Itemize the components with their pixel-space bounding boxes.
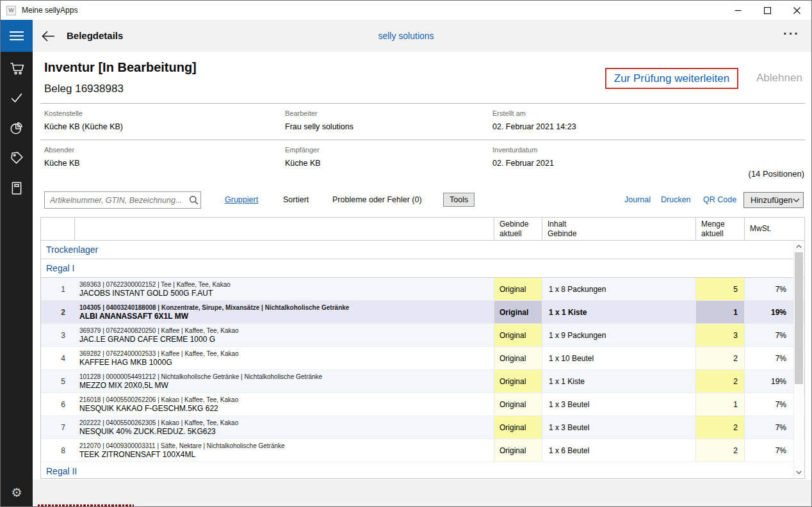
sidebar-item-approvals[interactable] (8, 90, 25, 106)
table-row-selected[interactable]: 2 104305 | 04003240188008 | Konzentrate,… (41, 301, 804, 324)
table-row[interactable]: 1 369363 | 07622300002152 | Tee | Kaffee… (41, 278, 804, 301)
menge-cell[interactable]: 1 (695, 393, 744, 415)
chevron-down-icon (796, 471, 802, 474)
gebinde-cell[interactable]: Original (494, 370, 542, 392)
chevron-up-icon (796, 245, 802, 248)
sidebar-item-orders[interactable] (8, 60, 25, 76)
meta-field-inventurdatum: Inventurdatum 02. Februar 2021 (492, 146, 697, 168)
filter-problems-link[interactable]: Probleme oder Fehler (0) (332, 195, 422, 204)
clipped-red-text (38, 504, 134, 507)
gebinde-cell[interactable]: Original (494, 324, 542, 346)
window-title: Meine sellyApps (22, 6, 77, 15)
add-dropdown-button[interactable]: Hinzufügen (743, 192, 804, 208)
chevron-down-icon (793, 198, 800, 203)
article-name: ALBI ANANASSAFT 6X1L MW (79, 312, 188, 321)
meta-field-empfaenger: Empfänger Küche KB (285, 146, 490, 168)
scroll-down-button[interactable] (794, 467, 804, 478)
menge-cell[interactable]: 2 (695, 416, 744, 439)
table-header-row: Gebindeaktuell InhaltGebinde Mengeaktuel… (41, 218, 804, 241)
more-options-button[interactable]: ··· (783, 26, 800, 41)
article-name: NESQUIK KAKAO F-GESCHM.5KG 622 (79, 404, 218, 414)
meta-field-bearbeiter: Bearbeiter Frau selly solutions (285, 109, 490, 131)
menge-cell[interactable]: 2 (695, 370, 744, 392)
group-header-shelf[interactable]: Regal I (41, 259, 804, 278)
table-scrollbar[interactable] (793, 241, 804, 478)
tools-button[interactable]: Tools (443, 193, 475, 207)
divider (40, 103, 805, 104)
article-name: MEZZO MIX 20X0,5L MW (79, 381, 168, 390)
positions-table: Gebindeaktuell InhaltGebinde Mengeaktuel… (40, 217, 805, 479)
sidebar-item-reports[interactable] (8, 120, 25, 136)
menge-cell[interactable]: 2 (695, 347, 744, 369)
check-icon (9, 90, 24, 106)
sidebar-item-catalog[interactable] (8, 180, 25, 197)
gear-icon: ⚙ (11, 486, 22, 499)
table-row[interactable]: 7 202222 | 04005500262305 | Kakao | Kaff… (41, 416, 804, 439)
filter-grouped-link[interactable]: Gruppiert (225, 195, 258, 204)
journal-link[interactable]: Journal (624, 195, 651, 204)
minimize-icon (735, 7, 742, 14)
scroll-up-button[interactable] (794, 241, 804, 252)
maximize-icon (764, 7, 771, 14)
close-icon (793, 7, 800, 14)
meta-field-absender: Absender Küche KB (44, 146, 249, 168)
article-meta: 212070 | 04009300003311 | Säfte, Nektare… (79, 442, 285, 450)
search-icon (186, 195, 200, 205)
meta-field-erstellt-am: Erstellt am 02. Februar 2021 14:23 (492, 109, 697, 131)
tenant-title: selly solutions (1, 31, 811, 41)
article-name: KAFFEE HAG MKB 1000G (79, 358, 172, 367)
scrollbar-thumb[interactable] (795, 252, 803, 384)
article-name: JAC.LE GRAND CAFE CREME 1000 G (79, 335, 215, 344)
article-meta: 216018 | 04005500262206 | Kakao | Kaffee… (79, 396, 238, 404)
group-header-warehouse[interactable]: Trockenlager (41, 241, 804, 259)
reject-button[interactable]: Ablehnen (756, 72, 802, 84)
col-header-gebinde: Gebindeaktuell (494, 218, 542, 240)
settings-button[interactable]: ⚙ (1, 485, 33, 500)
pie-chart-icon (9, 120, 24, 136)
group-header-next-shelf[interactable]: Regal II (41, 462, 804, 477)
sidebar-item-prices[interactable] (8, 150, 25, 166)
col-header-inhalt: InhaltGebinde (542, 218, 695, 240)
col-header-number (41, 218, 74, 240)
col-header-mwst: MwSt. (744, 218, 794, 240)
annotation-highlight-box: Zur Prüfung weiterleiten (605, 68, 738, 89)
table-row[interactable]: 3 369379 | 07622400820250 | Kaffee | Kaf… (41, 324, 804, 347)
app-window: W Meine sellyApps Belegdetails selly sol… (0, 0, 812, 507)
article-meta: 202222 | 04005500262305 | Kakao | Kaffee… (79, 419, 238, 427)
minimize-button[interactable] (723, 1, 752, 20)
maximize-button[interactable] (752, 1, 782, 20)
menge-cell[interactable]: 2 (695, 439, 744, 462)
divider (40, 140, 805, 140)
table-row[interactable]: 4 369282 | 07622400002533 | Kaffee | Kaf… (41, 347, 804, 370)
menge-cell[interactable]: 5 (695, 278, 744, 300)
menge-cell[interactable]: 1 (695, 301, 744, 323)
col-header-menge: Mengeaktuell (695, 218, 744, 240)
article-meta: 104305 | 04003240188008 | Konzentrate, S… (79, 303, 349, 312)
gebinde-cell[interactable]: Original (494, 439, 542, 462)
gebinde-cell[interactable]: Original (494, 278, 542, 300)
print-link[interactable]: Drucken (661, 195, 691, 204)
cart-icon (9, 60, 24, 76)
article-name: NESQUIK 40% ZUCK.REDUZ. 5KG623 (79, 427, 216, 437)
table-row[interactable]: 8 212070 | 04009300003311 | Säfte, Nekta… (41, 439, 804, 462)
sidebar: ⚙ (1, 52, 33, 506)
positions-count: (14 Positionen) (749, 169, 804, 179)
search-box (44, 191, 201, 209)
article-meta: 369379 | 07622400820250 | Kaffee | Kaffe… (79, 326, 239, 335)
titlebar: W Meine sellyApps (1, 1, 811, 20)
menge-cell[interactable]: 3 (695, 324, 744, 346)
gebinde-cell[interactable]: Original (494, 347, 542, 369)
navbar: Belegdetails selly solutions ··· (1, 20, 811, 52)
close-button[interactable] (782, 1, 811, 20)
table-row[interactable]: 6 216018 | 04005500262206 | Kakao | Kaff… (41, 393, 804, 416)
search-input[interactable] (45, 196, 186, 205)
gebinde-cell[interactable]: Original (494, 393, 542, 415)
document-number: Beleg 16938983 (44, 83, 124, 95)
table-row[interactable]: 5 101228 | 00000054491212 | Nichtalkohol… (41, 370, 804, 393)
forward-for-review-button[interactable]: Zur Prüfung weiterleiten (614, 72, 729, 85)
article-name: JACOBS INSTANT GOLD 500G F.AUT (79, 289, 213, 298)
gebinde-cell[interactable]: Original (494, 416, 542, 439)
qr-code-link[interactable]: QR Code (703, 195, 736, 204)
filter-sorted-link[interactable]: Sortiert (283, 195, 309, 204)
gebinde-cell[interactable]: Original (494, 301, 542, 323)
